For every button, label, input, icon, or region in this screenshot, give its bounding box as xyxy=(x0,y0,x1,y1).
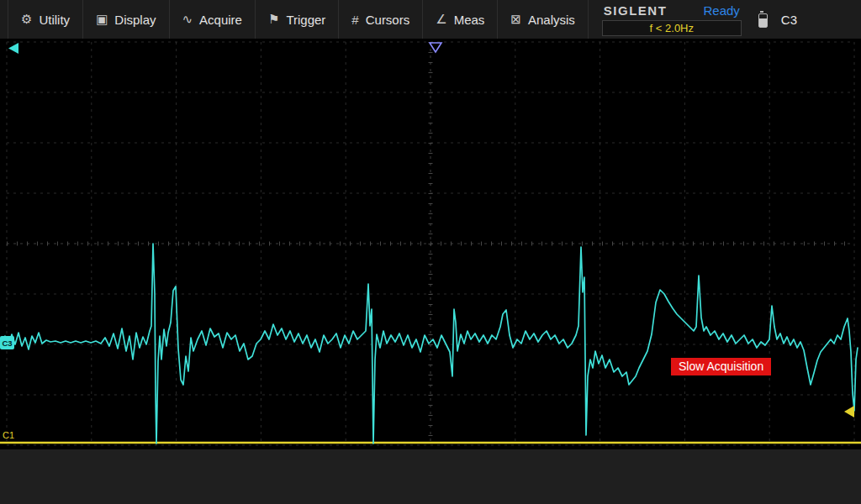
waveform-display: C3C1 Slow Acquisition xyxy=(0,0,861,504)
trigger-frequency-value: f < 2.0Hz xyxy=(650,22,694,34)
menu-utility-label: Utility xyxy=(39,13,70,27)
slow-acquisition-badge: Slow Acquisition xyxy=(671,358,771,375)
battery-icon xyxy=(758,13,768,28)
brand-status-area: SIGLENT Ready f < 2.0Hz xyxy=(602,0,742,39)
menu-acquire-label: Acquire xyxy=(199,13,242,27)
menu-analysis[interactable]: ⊠ Analysis xyxy=(498,0,588,39)
menu-utility[interactable]: ⚙ Utility xyxy=(8,0,83,39)
menu-analysis-label: Analysis xyxy=(528,13,575,27)
menu-display[interactable]: ▣ Display xyxy=(83,0,169,39)
c1-offset-marker[interactable]: C1 xyxy=(3,430,14,440)
menu-meas[interactable]: ∠ Meas xyxy=(423,0,498,39)
menu-acquire[interactable]: ∿ Acquire xyxy=(170,0,256,39)
trigger-frequency-readout: f < 2.0Hz xyxy=(602,20,742,36)
c1-trigger-level-marker[interactable] xyxy=(844,406,854,417)
c3-offset-marker[interactable]: C3 xyxy=(0,336,14,349)
menu-cursors[interactable]: # Cursors xyxy=(339,0,423,39)
menu-trigger-label: Trigger xyxy=(286,13,325,27)
oscilloscope-screen: C3C1 Slow Acquisition ⚙ Utility ▣ Displa… xyxy=(0,0,861,504)
menu-display-label: Display xyxy=(114,13,156,27)
analysis-icon: ⊠ xyxy=(510,12,521,27)
gear-icon: ⚙ xyxy=(21,12,32,27)
svg-text:C3: C3 xyxy=(2,339,12,348)
top-menu-bar: ⚙ Utility ▣ Display ∿ Acquire ⚑ Trigger … xyxy=(0,0,861,39)
trigger-flag-icon: ⚑ xyxy=(268,12,279,27)
acquisition-status: Ready xyxy=(703,3,739,18)
siglent-logo: SIGLENT xyxy=(604,3,668,18)
measure-icon: ∠ xyxy=(436,12,446,27)
menu-trigger[interactable]: ⚑ Trigger xyxy=(256,0,339,39)
acquire-icon: ∿ xyxy=(182,12,193,27)
c3-waveform xyxy=(5,244,858,444)
graticule: C3C1 xyxy=(0,0,861,504)
trigger-position-marker[interactable] xyxy=(430,43,441,52)
menu-cursors-label: Cursors xyxy=(366,13,410,27)
cursors-icon: # xyxy=(351,13,358,27)
horizontal-delay-marker[interactable] xyxy=(8,43,18,54)
display-icon: ▣ xyxy=(96,12,108,27)
active-channel-label: C3 xyxy=(773,0,806,39)
menu-meas-label: Meas xyxy=(454,13,485,27)
status-bar: C1 DC1M 1X 1.00V/ FULL -3.95V C3 AC1M 1X… xyxy=(0,449,861,504)
